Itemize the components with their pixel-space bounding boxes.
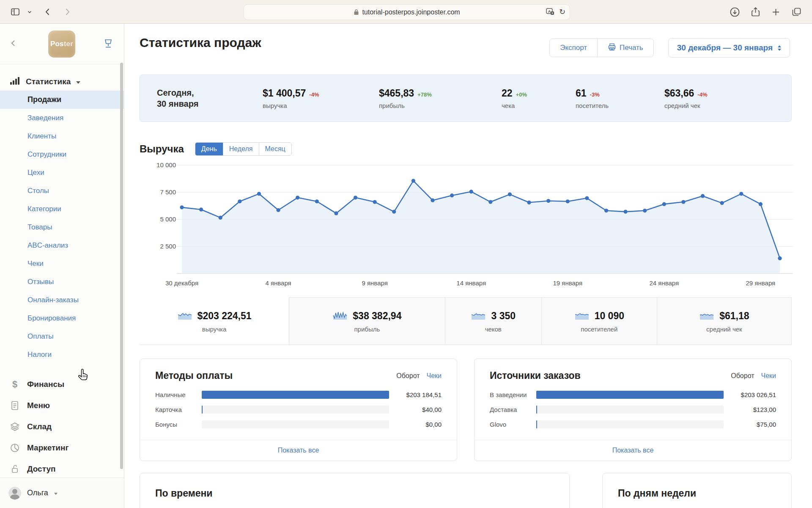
sidebar-section-доступ[interactable]: Доступ bbox=[0, 458, 124, 480]
sidebar-item-столы[interactable]: Столы bbox=[0, 182, 124, 200]
summary-card-чеков[interactable]: 3 350чеков bbox=[445, 297, 541, 345]
sidebar-section-финансы[interactable]: $Финансы bbox=[0, 374, 124, 395]
row-label: Доставка bbox=[490, 406, 530, 413]
svg-text:14 января: 14 января bbox=[456, 279, 486, 287]
row-bar-track bbox=[536, 420, 724, 428]
svg-text:5 000: 5 000 bbox=[160, 215, 176, 223]
card-label: выручка bbox=[202, 326, 226, 333]
stat-label: чека bbox=[502, 102, 576, 109]
export-button[interactable]: Экспорт bbox=[550, 39, 597, 57]
stat-delta: -4% bbox=[697, 91, 707, 98]
forward-button-icon[interactable] bbox=[63, 7, 72, 17]
summary-card-выручка[interactable]: $203 224,51выручка bbox=[140, 297, 289, 345]
translate-icon[interactable]: Ax bbox=[546, 8, 555, 16]
sidebar-section-меню[interactable]: Меню bbox=[0, 395, 124, 416]
order-sources-title: Источники заказов bbox=[490, 370, 581, 381]
address-bar[interactable]: tutorial-posterpos.joinposter.com Ax ↻ bbox=[244, 4, 570, 20]
card-label: средний чек bbox=[706, 326, 742, 333]
sidebar-section-label: Склад bbox=[27, 422, 52, 431]
sidebar-item-цехи[interactable]: Цехи bbox=[0, 163, 124, 182]
new-tab-icon[interactable] bbox=[771, 7, 781, 17]
by-time-panel: По времени 20 000 bbox=[140, 473, 570, 508]
payment-methods-show-all-link[interactable]: Показать все bbox=[278, 447, 319, 454]
user-menu[interactable]: Ольга bbox=[0, 478, 124, 508]
unlock-icon bbox=[9, 464, 20, 474]
main-scroll-area[interactable]: Сегодня, 30 января $1 400,57-4%выручка$4… bbox=[124, 62, 812, 508]
toolbar-chevron-down-icon[interactable] bbox=[27, 9, 32, 14]
downloads-icon[interactable] bbox=[730, 7, 740, 17]
order-sources-row-glovo: Glovo$75,00 bbox=[490, 420, 776, 429]
stat-delta: -4% bbox=[309, 91, 319, 98]
sidebar-item-клиенты[interactable]: Клиенты bbox=[0, 127, 124, 145]
export-print-group: Экспорт Печать bbox=[549, 39, 654, 57]
back-button-icon[interactable] bbox=[43, 7, 52, 17]
card-value: 3 350 bbox=[491, 310, 516, 322]
sidebar-header: Poster bbox=[0, 24, 124, 64]
sidebar-item-бронирования[interactable]: Бронирования bbox=[0, 309, 124, 327]
tab-неделя[interactable]: Неделя bbox=[223, 143, 259, 155]
sidebar-item-продажи[interactable]: Продажи bbox=[0, 91, 124, 109]
order-sources-show-all-link[interactable]: Показать все bbox=[612, 447, 654, 454]
svg-text:29 января: 29 января bbox=[746, 279, 776, 287]
toggle-receipts[interactable]: Чеки bbox=[427, 372, 442, 380]
pos-terminal-icon[interactable] bbox=[103, 38, 114, 51]
order-sources-header: Источники заказовОборотЧеки bbox=[475, 359, 791, 386]
sidebar-item-онлайн-заказы[interactable]: Онлайн-заказы bbox=[0, 291, 124, 309]
sidebar-section-label: Меню bbox=[27, 401, 50, 410]
sidebar-item-сотрудники[interactable]: Сотрудники bbox=[0, 145, 124, 163]
row-label: Карточка bbox=[155, 406, 196, 413]
print-button-label: Печать bbox=[620, 44, 643, 52]
sidebar-item-abc-анализ[interactable]: ABC-анализ bbox=[0, 236, 124, 254]
sidebar-item-чеки[interactable]: Чеки bbox=[0, 254, 124, 273]
user-caret-icon bbox=[54, 493, 58, 495]
sidebar-scrollbar[interactable] bbox=[120, 63, 123, 469]
summary-card-средний-чек[interactable]: $61,18средний чек bbox=[657, 297, 792, 345]
sidebar-item-отзывы[interactable]: Отзывы bbox=[0, 273, 124, 291]
sparkline-icon bbox=[332, 309, 348, 322]
reload-icon[interactable]: ↻ bbox=[559, 7, 565, 17]
sidebar-section-statistics[interactable]: Статистика bbox=[0, 73, 124, 91]
payment-methods-title: Методы оплаты bbox=[155, 370, 233, 381]
row-value: $123,00 bbox=[730, 406, 776, 413]
today-stat-выручка: $1 400,57-4%выручка bbox=[263, 88, 379, 109]
sidebar-item-налоги[interactable]: Налоги bbox=[0, 345, 124, 364]
row-bar-track bbox=[202, 391, 389, 399]
svg-text:2 500: 2 500 bbox=[160, 243, 176, 250]
pie-icon bbox=[9, 443, 20, 453]
sidebar-toggle-icon[interactable] bbox=[10, 7, 20, 17]
tab-месяц[interactable]: Месяц bbox=[259, 143, 291, 155]
order-sources-toggle: ОборотЧеки bbox=[731, 372, 776, 380]
sidebar-section-маркетинг[interactable]: Маркетинг bbox=[0, 437, 124, 458]
revenue-section-title: Выручка bbox=[140, 143, 184, 155]
svg-text:A: A bbox=[548, 9, 551, 14]
toggle-turnover[interactable]: Оборот bbox=[396, 372, 420, 380]
sidebar-item-товары[interactable]: Товары bbox=[0, 218, 124, 236]
today-stat-прибыль: $465,83+78%прибыль bbox=[379, 88, 502, 109]
print-button[interactable]: Печать bbox=[597, 39, 653, 57]
summary-card-прибыль[interactable]: $38 382,94прибыль bbox=[289, 297, 445, 345]
stat-delta: -3% bbox=[590, 91, 600, 98]
summary-card-посетителей[interactable]: 10 090посетителей bbox=[541, 297, 657, 345]
tab-день[interactable]: День bbox=[195, 143, 223, 155]
sidebar-item-категории[interactable]: Категории bbox=[0, 200, 124, 218]
dollar-icon: $ bbox=[9, 379, 20, 390]
svg-text:7 500: 7 500 bbox=[160, 188, 176, 196]
toggle-receipts[interactable]: Чеки bbox=[761, 372, 776, 380]
sidebar-section-склад[interactable]: Склад bbox=[0, 416, 124, 437]
svg-text:4 января: 4 января bbox=[265, 279, 291, 287]
row-bar-fill bbox=[536, 420, 537, 428]
card-value: $38 382,94 bbox=[353, 310, 401, 322]
today-stat-средний-чек: $63,66-4%средний чек bbox=[664, 88, 749, 109]
tab-overview-icon[interactable] bbox=[791, 7, 802, 17]
stat-label: прибыль bbox=[379, 102, 502, 109]
sidebar-item-заведения[interactable]: Заведения bbox=[0, 109, 124, 127]
sidebar-item-оплаты[interactable]: Оплаты bbox=[0, 327, 124, 345]
share-icon[interactable] bbox=[751, 7, 760, 17]
toggle-turnover[interactable]: Оборот bbox=[731, 372, 754, 380]
page-header: Статистика продаж Экспорт Печать 30 дека… bbox=[124, 24, 812, 62]
collapse-sidebar-icon[interactable] bbox=[9, 38, 17, 50]
page-title: Статистика продаж bbox=[140, 36, 261, 50]
svg-text:10 000: 10 000 bbox=[156, 161, 176, 168]
poster-logo[interactable]: Poster bbox=[48, 30, 75, 58]
date-range-select[interactable]: 30 декабря — 30 января bbox=[668, 38, 790, 58]
